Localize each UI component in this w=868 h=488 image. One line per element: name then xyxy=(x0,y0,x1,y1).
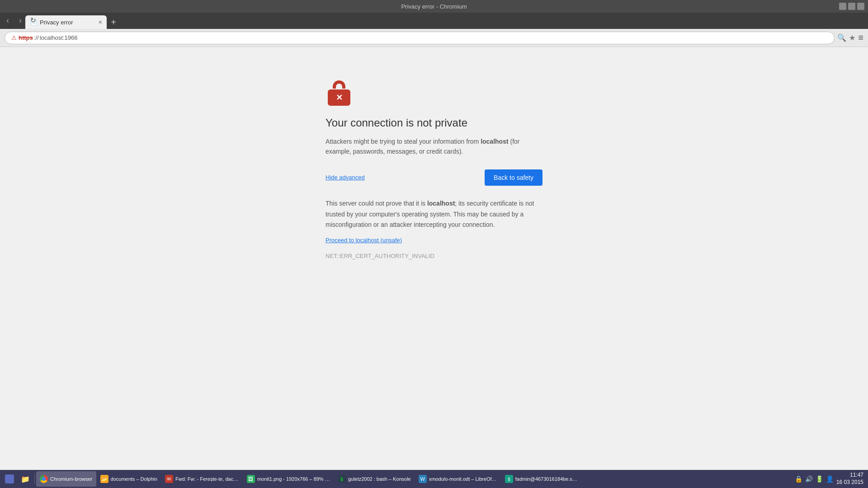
taskbar-libreoffice-label: xmodulo-monit.odt – LibreOffice xyxy=(429,476,497,482)
error-title: Your connection is not private xyxy=(326,117,542,129)
clock-date: 16 03 2015 xyxy=(836,479,863,486)
battery-icon[interactable]: 🔋 xyxy=(816,475,823,483)
taskbar-imgviewer-btn[interactable]: 🖼 monit1.png - 1920x766 – 89% – G xyxy=(243,471,334,487)
hide-advanced-link[interactable]: Hide advanced xyxy=(326,174,365,181)
error-code: NET::ERR_CERT_AUTHORITY_INVALID xyxy=(326,253,542,259)
browser-title-text: Privacy error - Chromium xyxy=(401,3,467,10)
taskbar-separator-1 xyxy=(34,474,35,484)
lock-x-icon: ✕ xyxy=(336,93,343,103)
taskbar-email-label: Fwd: Fw: - Ferește-te, dacă... pot: xyxy=(175,476,239,482)
address-host: localhost:1966 xyxy=(40,34,78,41)
user-icon[interactable]: 👤 xyxy=(826,475,834,483)
browser-title-bar: Privacy error - Chromium xyxy=(0,0,868,13)
system-tray: 🔒 🔊 🔋 👤 11:47 16 03 2015 xyxy=(795,472,866,486)
nav-controls: ‹ › ↻ xyxy=(2,14,39,26)
clock: 11:47 16 03 2015 xyxy=(836,472,863,486)
taskbar-chromium-label: Chromium-browser xyxy=(50,476,93,482)
address-bar: ⚠ https :// localhost:1966 🔍 ★ ≡ xyxy=(0,29,868,47)
network-icon[interactable]: 🔒 xyxy=(795,475,802,483)
address-scheme: https xyxy=(19,34,33,41)
advanced-section: This server could not prove that it is l… xyxy=(326,198,542,244)
taskbar-imgviewer-label: monit1.png - 1920x766 – 89% – G xyxy=(257,476,330,482)
forward-btn[interactable]: › xyxy=(14,14,26,26)
advanced-text-start: This server could not prove that it is xyxy=(326,200,427,207)
address-input[interactable]: ⚠ https :// localhost:1966 xyxy=(5,32,835,44)
advanced-text: This server could not prove that it is l… xyxy=(326,198,542,230)
taskbar: 📁 Chromium-browser 📂 documents – Dolphin… xyxy=(0,470,868,488)
taskbar-konsole-btn[interactable]: $ guletz2002 : bash – Konsole xyxy=(334,471,415,487)
tab-close-btn[interactable]: × xyxy=(99,19,102,26)
back-to-safety-button[interactable]: Back to safety xyxy=(485,169,542,186)
taskbar-terminal-label: fadmin@4673016184be.sn.myne xyxy=(515,476,579,482)
search-icon[interactable]: 🔍 xyxy=(837,33,846,42)
address-separator: :// xyxy=(34,34,39,41)
lock-icon: ✕ xyxy=(326,79,353,106)
advanced-host: localhost xyxy=(427,200,455,207)
window-controls xyxy=(839,3,864,10)
error-container: ✕ Your connection is not private Attacke… xyxy=(326,79,542,470)
error-desc-start: Attackers might be trying to steal your … xyxy=(326,138,481,145)
close-btn[interactable] xyxy=(857,3,864,10)
taskbar-terminal-btn[interactable]: $ fadmin@4673016184be.sn.myne xyxy=(501,471,583,487)
page-content: ✕ Your connection is not private Attacke… xyxy=(0,47,868,470)
clock-time: 11:47 xyxy=(836,472,863,479)
taskbar-libreoffice-btn[interactable]: W xmodulo-monit.odt – LibreOffice xyxy=(415,471,501,487)
taskbar-files-btn[interactable]: 📁 xyxy=(18,471,33,487)
back-btn[interactable]: ‹ xyxy=(2,14,14,26)
error-desc-host: localhost xyxy=(481,138,508,145)
bookmark-icon[interactable]: ★ xyxy=(849,33,855,42)
tab-label: Privacy error xyxy=(40,19,93,26)
reload-btn[interactable]: ↻ xyxy=(27,14,39,26)
button-row: Hide advanced Back to safety xyxy=(326,169,542,186)
taskbar-dolphin-label: documents – Dolphin xyxy=(111,476,157,482)
volume-icon[interactable]: 🔊 xyxy=(805,475,813,483)
lock-body: ✕ xyxy=(328,89,350,106)
taskbar-dolphin-btn[interactable]: 📂 documents – Dolphin xyxy=(97,471,161,487)
lock-icon-wrapper: ✕ xyxy=(326,79,542,106)
menu-icon[interactable]: ≡ xyxy=(858,33,863,43)
lock-shackle xyxy=(333,80,345,89)
taskbar-start-btn[interactable] xyxy=(2,471,17,487)
new-tab-btn[interactable]: + xyxy=(107,15,120,29)
address-warning-icon: ⚠ xyxy=(11,34,17,41)
taskbar-konsole-label: guletz2002 : bash – Konsole xyxy=(348,476,411,482)
error-description: Attackers might be trying to steal your … xyxy=(326,136,542,157)
proceed-link[interactable]: Proceed to localhost (unsafe) xyxy=(326,237,542,244)
taskbar-email-btn[interactable]: ✉ Fwd: Fw: - Ferește-te, dacă... pot: xyxy=(161,471,243,487)
maximize-btn[interactable] xyxy=(848,3,855,10)
taskbar-chromium-btn[interactable]: Chromium-browser xyxy=(36,471,96,487)
minimize-btn[interactable] xyxy=(839,3,846,10)
tab-bar: ‹ › ↻ 📄 Privacy error × + xyxy=(0,13,868,29)
